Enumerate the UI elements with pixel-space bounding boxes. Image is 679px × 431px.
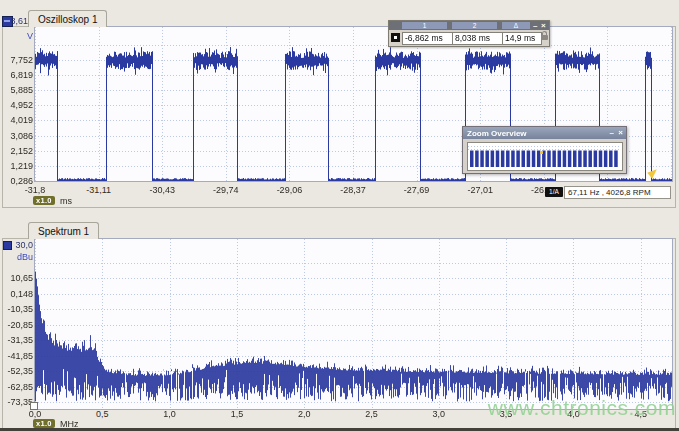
axis-origin-handle[interactable] bbox=[30, 402, 38, 410]
status-readout: 67,11 Hz , 4026,8 RPM bbox=[564, 186, 671, 199]
watermark-text: www.chtronics.com bbox=[488, 396, 676, 420]
zoom-overview-close-button[interactable]: × bbox=[618, 129, 623, 137]
x-tick-label: 0,0 bbox=[5, 409, 65, 419]
tab-label: Oszilloskop 1 bbox=[38, 14, 97, 25]
x-tick-label: 2,5 bbox=[342, 409, 402, 419]
toolbar-minimize-button[interactable]: – bbox=[533, 22, 537, 30]
x-tick-label: -27,01 bbox=[450, 185, 510, 195]
y-tick-label: 1,219 bbox=[0, 161, 33, 171]
markers-toolbar[interactable]: 1 2 Δ – × -6,862 ms 8,038 ms 14,9 ms bbox=[388, 20, 550, 47]
y-tick-label: 6,819 bbox=[0, 70, 33, 80]
marker1-value-field[interactable]: -6,862 ms bbox=[402, 32, 453, 45]
delta-value-field[interactable]: 14,9 ms bbox=[502, 32, 542, 45]
time-scale-badge[interactable]: x1.0 bbox=[33, 196, 55, 205]
x-tick-label: -30,43 bbox=[132, 185, 192, 195]
zoom-overview-window[interactable]: Zoom Overview – × bbox=[462, 126, 627, 174]
y-tick-label: 2,152 bbox=[0, 146, 33, 156]
spectrum-plot bbox=[34, 238, 673, 410]
toolbar-drag-handle-icon[interactable] bbox=[391, 33, 400, 42]
y-tick-label: -52,35 bbox=[0, 366, 33, 376]
marker2-value-field[interactable]: 8,038 ms bbox=[452, 32, 503, 45]
x-tick-label: 1,0 bbox=[140, 409, 200, 419]
y-tick-label: -10,35 bbox=[0, 304, 33, 314]
y-tick-label: 4,952 bbox=[0, 100, 33, 110]
x-tick-label: -29,06 bbox=[259, 185, 319, 195]
zoom-overview-body bbox=[467, 142, 623, 171]
y-tick-label: 5,885 bbox=[0, 85, 33, 95]
x-tick-label: 0,5 bbox=[72, 409, 132, 419]
y-tick-label: -41,85 bbox=[0, 351, 33, 361]
marker1-column-header: 1 bbox=[402, 22, 447, 29]
y-tick-label: -31,35 bbox=[0, 335, 33, 345]
y-axis-unit: V bbox=[0, 31, 33, 41]
marker2-column-header: 2 bbox=[452, 22, 497, 29]
spectrum-plot-canvas[interactable] bbox=[35, 239, 672, 409]
x-axis-unit: ms bbox=[60, 196, 72, 206]
y-tick-label: 4,019 bbox=[0, 115, 33, 125]
zoom-overview-titlebar[interactable]: Zoom Overview – × bbox=[463, 127, 626, 139]
multi-channel-scope-window: Oszilloskop 1 8,618 V 7,7526,8195,8854,9… bbox=[0, 0, 679, 431]
y-tick-label: 10,65 bbox=[0, 273, 33, 283]
y-tick-label: 3,086 bbox=[0, 131, 33, 141]
status-source-icon: 1/A bbox=[545, 187, 563, 197]
tab-spektrum-1[interactable]: Spektrum 1 bbox=[28, 222, 99, 239]
y-tick-label: 0,148 bbox=[0, 289, 33, 299]
x-tick-label: 2,0 bbox=[274, 409, 334, 419]
x-tick-label: -27,69 bbox=[387, 185, 447, 195]
x-tick-label: -29,74 bbox=[196, 185, 256, 195]
toolbar-close-button[interactable]: × bbox=[541, 22, 546, 30]
y-tick-label: -20,85 bbox=[0, 320, 33, 330]
tab-oszilloskop-1[interactable]: Oszilloskop 1 bbox=[28, 10, 107, 27]
freq-scale-badge[interactable]: x1.0 bbox=[33, 419, 55, 428]
y-axis-max-label: 30,0 bbox=[0, 240, 33, 250]
tab-label: Spektrum 1 bbox=[38, 226, 89, 237]
y-tick-label: -62,85 bbox=[0, 382, 33, 392]
x-tick-label: -31,8 bbox=[5, 185, 65, 195]
x-tick-label: -31,11 bbox=[69, 185, 129, 195]
zoom-overview-title: Zoom Overview bbox=[467, 129, 527, 138]
delta-column-header: Δ bbox=[502, 22, 530, 29]
x-tick-label: 1,5 bbox=[207, 409, 267, 419]
y-tick-label: 7,752 bbox=[0, 55, 33, 65]
x-tick-label: -28,37 bbox=[323, 185, 383, 195]
y-tick-label: -73,35 bbox=[0, 397, 33, 407]
y-axis-unit: dBu bbox=[0, 252, 33, 262]
zoom-overview-canvas[interactable] bbox=[468, 143, 620, 168]
x-tick-label: 3,0 bbox=[409, 409, 469, 419]
lock-icon[interactable] bbox=[541, 35, 548, 40]
zoom-overview-minimize-button[interactable]: – bbox=[610, 129, 614, 137]
